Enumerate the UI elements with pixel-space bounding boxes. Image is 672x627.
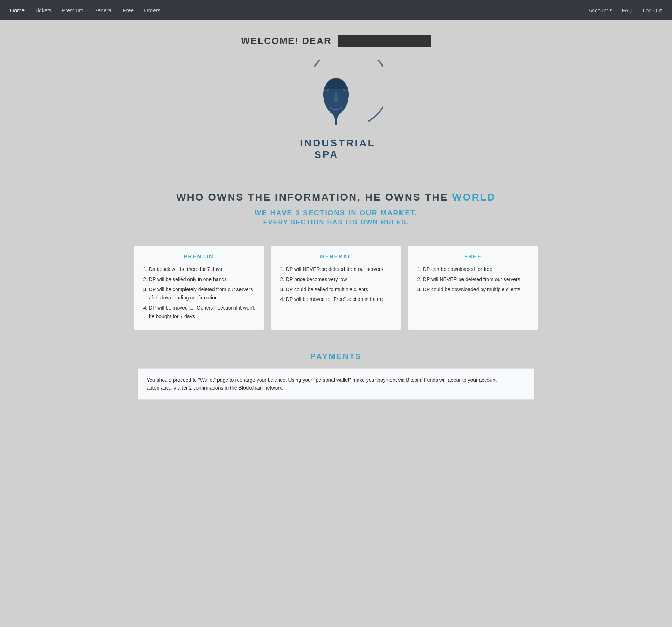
welcome-text: WELCOME! DEAR — [0, 35, 672, 47]
payments-section: PAYMENTS You should proceed to "Wallet" … — [0, 341, 672, 414]
payments-description: You should proceed to "Wallet" page to r… — [147, 376, 525, 392]
svg-text:SPA: SPA — [314, 149, 339, 160]
premium-item-4: DP will be moved to "General" section if… — [149, 304, 256, 321]
free-card-title: FREE — [416, 253, 530, 259]
svg-text:INDUSTRIAL: INDUSTRIAL — [300, 137, 376, 149]
welcome-prefix: WELCOME! DEAR — [241, 35, 332, 46]
main-content: WELCOME! DEAR — [0, 20, 672, 421]
nav-right: Account FAQ Log Out — [584, 4, 666, 16]
nav-general[interactable]: General — [89, 4, 117, 16]
info-section: WHO OWNS THE INFORMATION, HE OWNS THE WO… — [0, 181, 672, 242]
free-item-2: DP will NEVER be deleted from our server… — [423, 275, 530, 284]
nav-account[interactable]: Account — [584, 4, 616, 16]
navbar: Home Tickets Premium General Free Orders… — [0, 0, 672, 20]
free-list: DP can be downloaded for free DP will NE… — [416, 265, 530, 294]
nav-premium[interactable]: Premium — [57, 4, 88, 16]
nav-logout[interactable]: Log Out — [638, 4, 666, 16]
premium-item-1: Datapack will be there for 7 days — [149, 265, 256, 274]
premium-item-2: DP will be selled only in one hands — [149, 275, 256, 284]
main-heading: WHO OWNS THE INFORMATION, HE OWNS THE WO… — [7, 192, 665, 203]
logo-section: INDUSTRIAL SPA — [0, 51, 672, 181]
general-list: DP will NEVER be deleted from our server… — [279, 265, 393, 304]
sub-heading-1: WE HAVE 3 SECTIONS IN OUR MARKET. — [7, 209, 665, 217]
industrial-spa-logo: INDUSTRIAL SPA — [289, 60, 383, 165]
nav-home[interactable]: Home — [6, 4, 29, 16]
general-card-title: GENERAL — [279, 253, 393, 259]
premium-card: PREMIUM Datapack will be there for 7 day… — [134, 246, 264, 330]
logo-container: INDUSTRIAL SPA — [286, 58, 386, 166]
welcome-section: WELCOME! DEAR — [0, 27, 672, 51]
free-item-3: DP could be downloaded by multiple clien… — [423, 285, 530, 294]
general-card: GENERAL DP will NEVER be deleted from ou… — [271, 246, 401, 330]
general-item-4: DP will be moved to "Free" section in fu… — [286, 295, 393, 304]
nav-faq[interactable]: FAQ — [618, 4, 637, 16]
general-item-3: DP could be selled to multiple clients — [286, 285, 393, 294]
nav-tickets[interactable]: Tickets — [30, 4, 56, 16]
general-item-2: DP price becomes very low — [286, 275, 393, 284]
free-card: FREE DP can be downloaded for free DP wi… — [408, 246, 538, 330]
nav-free[interactable]: Free — [118, 4, 138, 16]
premium-item-3: DP will be completely deleted from our s… — [149, 285, 256, 303]
payments-heading: PAYMENTS — [7, 352, 665, 361]
nav-orders[interactable]: Orders — [140, 4, 165, 16]
cards-section: PREMIUM Datapack will be there for 7 day… — [120, 242, 552, 341]
nav-left: Home Tickets Premium General Free Orders — [6, 4, 165, 16]
payments-info-box: You should proceed to "Wallet" page to r… — [138, 368, 534, 400]
free-item-1: DP can be downloaded for free — [423, 265, 530, 274]
sub-heading-2: EVERY SECTION HAS ITS OWN RULES. — [7, 219, 665, 226]
premium-card-title: PREMIUM — [142, 253, 256, 259]
username-redacted — [338, 35, 431, 47]
premium-list: Datapack will be there for 7 days DP wil… — [142, 265, 256, 321]
heading-highlight: WORLD — [452, 192, 496, 203]
general-item-1: DP will NEVER be deleted from our server… — [286, 265, 393, 274]
heading-part1: WHO OWNS THE INFORMATION, HE OWNS THE — [176, 192, 448, 203]
